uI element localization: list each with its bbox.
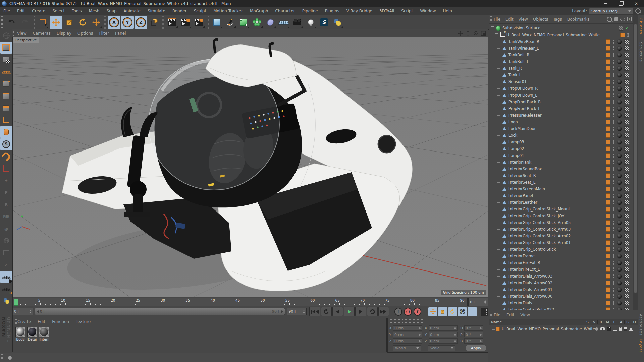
layer-menu-grip[interactable]	[490, 312, 493, 318]
layer-color-chip[interactable]	[606, 106, 610, 111]
menu-item[interactable]: Script	[401, 9, 413, 13]
layer-color-chip[interactable]	[606, 146, 610, 151]
name-column-header[interactable]: Name	[489, 320, 584, 324]
coordinate-system-button[interactable]	[148, 16, 161, 29]
material-tag-icon[interactable]	[617, 146, 622, 152]
object-name[interactable]: U_Boat_Worx_NEMO_Personal_Submarine_Whit…	[506, 33, 600, 37]
object-row[interactable]: PropUPDown_L	[489, 92, 633, 99]
material-item[interactable]: Body	[15, 327, 25, 341]
menu-item[interactable]: Select	[52, 9, 65, 13]
menu-item[interactable]: MoGraph	[250, 9, 268, 13]
object-name[interactable]: TankWireRear_L	[508, 46, 539, 51]
uvw-tag-icon[interactable]	[624, 133, 629, 138]
object-name[interactable]: InteriorDials_Arrow001	[508, 287, 552, 292]
timeline-window-button[interactable]	[481, 308, 488, 316]
material-item[interactable]: Detai	[27, 327, 37, 341]
layer-color-chip[interactable]	[606, 79, 610, 84]
layer-menu-item[interactable]: View	[520, 313, 530, 317]
workplane-mode-button[interactable]	[0, 66, 12, 78]
uvw-tag-icon[interactable]	[624, 120, 629, 124]
layer-color-chip[interactable]	[606, 260, 610, 265]
layer-color-chip[interactable]	[606, 86, 610, 91]
dolly-view-icon[interactable]	[465, 31, 471, 36]
visibility-dots[interactable]	[613, 241, 614, 245]
layer-column-header[interactable]: L	[611, 320, 618, 324]
material-tag-icon[interactable]	[617, 254, 622, 259]
visibility-dots[interactable]	[613, 73, 614, 77]
visibility-dots[interactable]	[613, 180, 614, 184]
visibility-dots[interactable]	[613, 93, 614, 97]
layer-row[interactable]: U_Boat_Worx_NEMO_Personal_Submarine_Whit…	[489, 325, 638, 333]
object-name[interactable]: InteriorSeat_R	[508, 173, 536, 178]
material-tag-icon[interactable]	[617, 53, 622, 58]
material-name[interactable]: Interi	[39, 338, 49, 341]
undo-button[interactable]	[5, 16, 18, 29]
object-name[interactable]: InteriorDials_Arrow003	[508, 274, 552, 279]
visibility-dots[interactable]	[613, 234, 614, 238]
object-row[interactable]: InteriorSoundBox	[489, 166, 633, 172]
object-row[interactable]: Tank_L	[489, 72, 633, 78]
redo-button[interactable]	[18, 16, 31, 29]
om-home-icon[interactable]	[614, 18, 618, 21]
menu-item[interactable]: Tools	[72, 9, 82, 13]
layer-color-chip[interactable]	[606, 287, 610, 292]
object-name[interactable]: InteriorGrip_ControlStick_Mount	[508, 207, 570, 212]
uvw-tag-icon[interactable]	[624, 167, 629, 171]
layer-color-chip[interactable]	[606, 53, 610, 57]
object-row[interactable]: InteriorDials_Arrow001	[489, 286, 633, 293]
object-manager-menu-item[interactable]: View	[518, 17, 528, 22]
uvw-tag-icon[interactable]	[624, 234, 629, 238]
layer-column-header[interactable]: G	[624, 320, 631, 324]
object-row[interactable]: TankWireRear_L	[489, 45, 633, 52]
material-tag-icon[interactable]	[617, 294, 622, 299]
key-position-button[interactable]	[428, 307, 437, 316]
object-row[interactable]: InteriorSeat_R	[489, 172, 633, 179]
material-tag-icon[interactable]	[617, 79, 622, 84]
object-name[interactable]: PropUPDown_R	[508, 86, 538, 91]
visibility-dots[interactable]	[613, 120, 614, 124]
toggle-views-icon[interactable]	[481, 31, 486, 36]
layer-column-header[interactable]: M	[604, 320, 611, 324]
material-tag-icon[interactable]	[617, 120, 622, 125]
visibility-dots[interactable]	[613, 194, 614, 198]
object-name[interactable]: Logo	[508, 120, 518, 124]
tab-attributes[interactable]: Attributes	[639, 314, 643, 336]
object-row[interactable]: Lamp01	[489, 152, 633, 159]
previous-frame-button[interactable]	[332, 307, 343, 316]
viewport-camera-label[interactable]: Perspective	[13, 37, 39, 43]
object-name[interactable]: InteriorDials_Arrow000	[508, 294, 552, 299]
menu-item[interactable]: Create	[32, 9, 45, 13]
visibility-dots[interactable]	[613, 113, 614, 117]
uvw-tag-icon[interactable]	[624, 254, 629, 258]
visibility-dots[interactable]	[613, 247, 614, 251]
layer-color-chip[interactable]	[606, 214, 610, 218]
uvw-tag-icon[interactable]	[624, 160, 629, 165]
substance-button[interactable]: S	[318, 16, 330, 29]
material-tag-icon[interactable]	[617, 281, 622, 286]
tab-layers[interactable]: Layers	[639, 339, 643, 353]
uvw-tag-icon[interactable]	[624, 281, 629, 285]
uvw-tag-icon[interactable]	[624, 93, 629, 98]
uvw-tag-icon[interactable]	[624, 86, 629, 91]
object-row-group[interactable]: U_Boat_Worx_NEMO_Personal_Submarine_Whit…	[489, 32, 633, 38]
material-thumbnail[interactable]	[39, 327, 49, 337]
material-name[interactable]: Detai	[27, 338, 37, 341]
viewport-menubar-grip[interactable]	[13, 31, 16, 36]
object-row[interactable]: InteriorDials	[489, 300, 633, 306]
light-button[interactable]	[304, 16, 317, 29]
uvw-tag-icon[interactable]	[624, 193, 629, 198]
object-row[interactable]: Sensor01	[489, 78, 633, 85]
viewport-solo-button[interactable]	[0, 126, 12, 138]
object-name[interactable]: InteriorLeather	[508, 200, 537, 205]
camera-button[interactable]	[291, 16, 304, 29]
object-row[interactable]: Lock	[489, 132, 633, 139]
lock-workplane-button[interactable]	[0, 271, 12, 283]
object-row[interactable]: InteriorGrip_ControlStick_Arm03	[489, 226, 633, 233]
material-tag-icon[interactable]	[617, 274, 622, 279]
visibility-dots[interactable]	[613, 207, 614, 211]
object-name[interactable]: Subdivision Surface	[502, 26, 540, 31]
object-row[interactable]: InteriorFireExt_L	[489, 266, 633, 273]
uvw-tag-icon[interactable]	[624, 301, 629, 305]
object-name[interactable]: InteriorSoundBox	[508, 167, 542, 171]
layer-color-chip[interactable]	[606, 100, 610, 104]
